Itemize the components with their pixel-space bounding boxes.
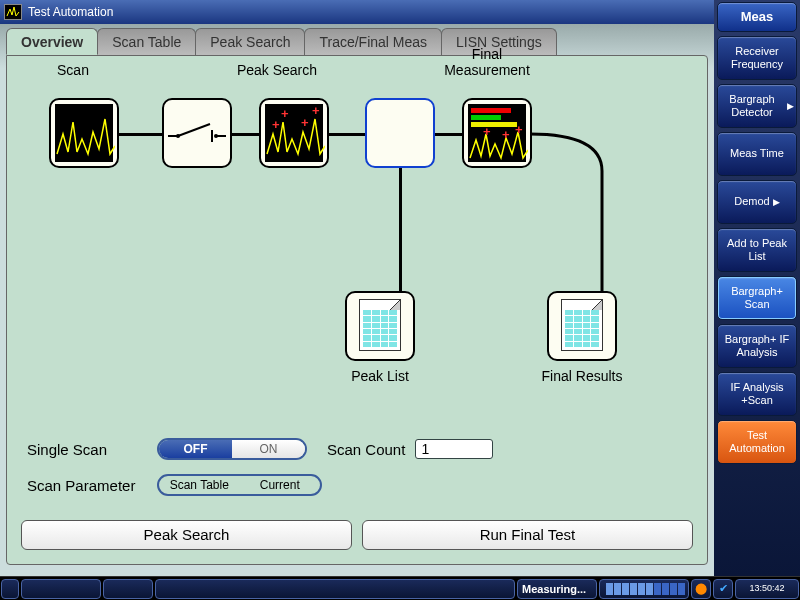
status-cell — [21, 579, 101, 599]
flow-connector — [232, 133, 262, 136]
sidebar-meas-time[interactable]: Meas Time — [717, 132, 797, 176]
sidebar-bargraph-scan[interactable]: Bargraph+ Scan — [717, 276, 797, 320]
tab-scan-table[interactable]: Scan Table — [97, 28, 196, 55]
sidebar-header: Meas — [717, 2, 797, 32]
scan-count-label: Scan Count — [327, 441, 405, 458]
svg-line-6 — [178, 124, 210, 136]
document-icon — [359, 299, 401, 351]
svg-text:+: + — [502, 127, 510, 142]
status-bar: Measuring... ⬤ ✔ 13:50:42 — [0, 576, 800, 600]
switch-node[interactable] — [162, 98, 232, 168]
tab-trace-final[interactable]: Trace/Final Meas — [304, 28, 442, 55]
svg-text:+: + — [312, 104, 320, 118]
peak-search-label: Peak Search — [217, 62, 337, 78]
final-meas-label: Final Measurement — [427, 46, 547, 78]
tab-overview[interactable]: Overview — [6, 28, 98, 55]
status-time: 13:50:42 — [735, 579, 799, 599]
toggle-scan-table[interactable]: Scan Table — [159, 476, 240, 494]
scan-label: Scan — [13, 62, 133, 78]
window-title: Test Automation — [28, 5, 113, 19]
tab-peak-search[interactable]: Peak Search — [195, 28, 305, 55]
progress-bar — [599, 579, 689, 599]
single-scan-label: Single Scan — [27, 441, 157, 458]
sidebar-bargraph-if[interactable]: Bargraph+ IF Analysis — [717, 324, 797, 368]
final-results-label: Final Results — [527, 368, 637, 384]
peak-search-button[interactable]: Peak Search — [21, 520, 352, 550]
toggle-off[interactable]: OFF — [159, 440, 232, 458]
status-icon[interactable]: ✔ — [713, 579, 733, 599]
sidebar-demod[interactable]: Demod▶ — [717, 180, 797, 224]
toggle-current[interactable]: Current — [240, 476, 321, 494]
flow-connector — [432, 133, 462, 136]
sidebar: Meas Receiver Frequency Bargraph Detecto… — [714, 0, 800, 576]
toggle-on[interactable]: ON — [232, 440, 305, 458]
status-cell — [103, 579, 153, 599]
scan-parameter-label: Scan Parameter — [27, 477, 157, 494]
final-measurement-node[interactable]: + + + — [462, 98, 532, 168]
sidebar-bargraph-detector[interactable]: Bargraph Detector▶ — [717, 84, 797, 128]
final-results-node[interactable] — [547, 291, 617, 361]
svg-rect-14 — [471, 122, 517, 127]
sidebar-receiver-frequency[interactable]: Receiver Frequency — [717, 36, 797, 80]
chevron-right-icon: ▶ — [773, 197, 780, 208]
intermediate-node[interactable] — [365, 98, 435, 168]
sidebar-if-scan[interactable]: IF Analysis +Scan — [717, 372, 797, 416]
overview-panel: Scan Peak Search Final Measurement — [6, 55, 708, 565]
chevron-right-icon: ▶ — [787, 101, 794, 112]
flow-connector — [117, 133, 167, 136]
svg-text:+: + — [515, 122, 523, 137]
main-area: Overview Scan Table Peak Search Trace/Fi… — [0, 24, 714, 576]
tab-bar: Overview Scan Table Peak Search Trace/Fi… — [0, 28, 714, 55]
controls: Single Scan OFF ON Scan Count Scan Param… — [27, 434, 687, 506]
status-cell — [155, 579, 515, 599]
sidebar-test-automation[interactable]: Test Automation — [717, 420, 797, 464]
flow-connector — [399, 168, 402, 308]
svg-rect-13 — [471, 115, 501, 120]
status-icon[interactable]: ⬤ — [691, 579, 711, 599]
measuring-label: Measuring... — [517, 579, 597, 599]
titlebar: Test Automation — [0, 0, 800, 24]
scan-node[interactable] — [49, 98, 119, 168]
svg-text:+: + — [281, 106, 289, 121]
peak-search-node[interactable]: + + + + — [259, 98, 329, 168]
svg-text:+: + — [483, 124, 491, 139]
app-icon — [4, 4, 22, 20]
flow-connector — [327, 133, 367, 136]
run-final-test-button[interactable]: Run Final Test — [362, 520, 693, 550]
status-indicator — [1, 579, 19, 599]
svg-rect-12 — [471, 108, 511, 113]
scan-parameter-toggle[interactable]: Scan Table Current — [157, 474, 322, 496]
svg-text:+: + — [272, 117, 280, 132]
svg-text:+: + — [301, 115, 309, 130]
document-icon — [561, 299, 603, 351]
action-buttons: Peak Search Run Final Test — [21, 520, 693, 550]
scan-count-input[interactable] — [415, 439, 493, 459]
sidebar-add-peak-list[interactable]: Add to Peak List — [717, 228, 797, 272]
single-scan-toggle[interactable]: OFF ON — [157, 438, 307, 460]
peak-list-node[interactable] — [345, 291, 415, 361]
peak-list-label: Peak List — [325, 368, 435, 384]
